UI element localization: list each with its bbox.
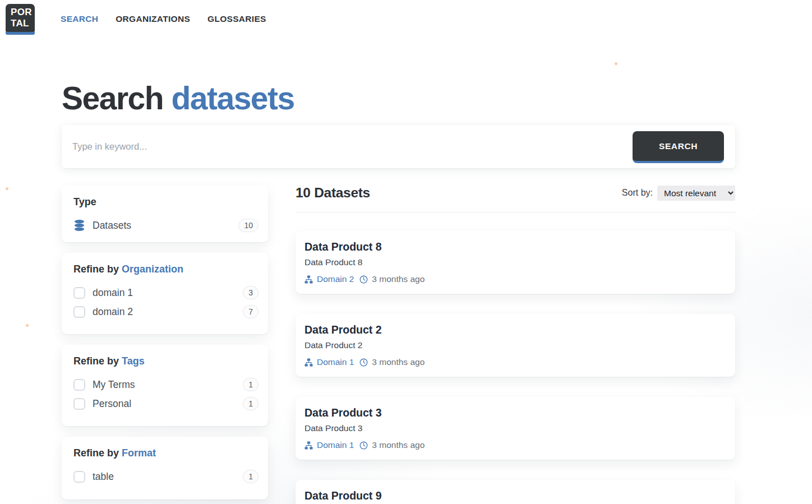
decorative-dot [615, 62, 617, 65]
nav-search[interactable]: SEARCH [61, 14, 98, 24]
portal-logo[interactable]: POR TAL [6, 4, 35, 35]
result-updated-label: 3 months ago [372, 274, 425, 284]
sort-select[interactable]: Most relevant [657, 186, 735, 201]
main-nav: SEARCH ORGANIZATIONS GLOSSARIES [61, 0, 266, 38]
clock-icon [359, 358, 368, 367]
tags-card-title: Refine by Tags [73, 355, 259, 367]
logo-line-2: TAL [11, 18, 35, 29]
sitemap-icon [304, 358, 313, 367]
result-title[interactable]: Data Product 2 [304, 323, 724, 336]
logo-accent-underline [6, 32, 35, 35]
filter-option-label: domain 2 [93, 306, 243, 318]
result-card-data-product-2[interactable]: Data Product 2 Data Product 2 Domain 1 [296, 314, 735, 377]
result-updated-label: 3 months ago [372, 357, 425, 367]
results-area: 10 Datasets Sort by: Most relevant Data … [296, 185, 735, 504]
result-domain-label: Domain 1 [317, 440, 354, 450]
result-meta: Domain 1 3 months ago [304, 357, 724, 367]
format-card-title: Refine by Format [73, 447, 259, 459]
result-updated: 3 months ago [359, 274, 425, 284]
result-card-data-product-3[interactable]: Data Product 3 Data Product 3 Domain 1 [296, 397, 735, 460]
filters-sidebar: Type Datasets 10 Refine by Organization … [62, 186, 268, 500]
my-terms-checkbox[interactable] [73, 379, 85, 391]
sitemap-icon [304, 441, 313, 450]
filter-count-badge: 7 [243, 305, 259, 318]
organization-highlight: Organization [122, 263, 183, 275]
result-title[interactable]: Data Product 9 [304, 489, 724, 502]
format-filter-card: Refine by Format table 1 [62, 437, 268, 500]
page-title-prefix: Search [62, 80, 163, 116]
filter-option-my-terms[interactable]: My Terms 1 [73, 375, 259, 394]
results-header: 10 Datasets Sort by: Most relevant [296, 185, 735, 201]
filter-count-badge: 1 [243, 470, 259, 483]
result-subtitle: Data Product 3 [304, 423, 724, 433]
nav-glossaries[interactable]: GLOSSARIES [207, 14, 266, 24]
filter-option-domain-1[interactable]: domain 1 3 [73, 283, 259, 302]
result-meta: Domain 1 3 months ago [304, 440, 724, 450]
results-list: Data Product 8 Data Product 8 Domain 2 [296, 231, 735, 504]
page-title-highlight: datasets [171, 80, 294, 116]
filter-option-domain-2[interactable]: domain 2 7 [73, 302, 259, 321]
filter-option-label: table [93, 471, 243, 483]
database-icon [73, 219, 85, 232]
filter-count-badge: 1 [243, 397, 259, 410]
filter-option-label: domain 1 [93, 287, 243, 299]
organization-card-title: Refine by Organization [73, 263, 259, 275]
search-panel: SEARCH [62, 125, 735, 168]
refine-by-label: Refine by [73, 447, 119, 459]
results-count-heading: 10 Datasets [296, 185, 370, 201]
tags-filter-card: Refine by Tags My Terms 1 Personal 1 [62, 345, 268, 426]
result-meta: Domain 2 3 months ago [304, 274, 724, 284]
filter-option-table[interactable]: table 1 [73, 467, 259, 486]
clock-icon [359, 275, 368, 284]
decorative-dot [26, 324, 29, 327]
sort-by-label: Sort by: [622, 188, 653, 198]
result-updated-label: 3 months ago [372, 440, 425, 450]
clock-icon [359, 441, 368, 450]
refine-by-label: Refine by [73, 263, 119, 275]
format-highlight: Format [122, 447, 156, 459]
result-card-data-product-8[interactable]: Data Product 8 Data Product 8 Domain 2 [296, 231, 735, 294]
type-label: Datasets [93, 220, 238, 232]
result-domain[interactable]: Domain 1 [304, 440, 354, 450]
refine-by-label: Refine by [73, 355, 119, 367]
result-card-data-product-9[interactable]: Data Product 9 [296, 480, 735, 504]
domain-1-checkbox[interactable] [73, 287, 85, 299]
result-domain[interactable]: Domain 1 [304, 357, 354, 367]
sitemap-icon [304, 275, 313, 284]
results-divider [296, 212, 735, 212]
filter-option-personal[interactable]: Personal 1 [73, 394, 259, 413]
result-updated: 3 months ago [359, 357, 425, 367]
result-subtitle: Data Product 8 [304, 257, 724, 267]
logo-line-1: POR [11, 7, 35, 18]
result-title[interactable]: Data Product 3 [304, 406, 724, 419]
type-row-datasets[interactable]: Datasets 10 [73, 216, 259, 235]
portal-logo-box: POR TAL [6, 4, 35, 32]
decorative-dot [6, 187, 8, 190]
table-checkbox[interactable] [73, 471, 85, 483]
result-domain-label: Domain 2 [317, 274, 354, 284]
filter-count-badge: 3 [243, 286, 259, 299]
result-title[interactable]: Data Product 8 [304, 241, 724, 253]
result-domain-label: Domain 1 [317, 357, 354, 367]
type-count-badge: 10 [238, 219, 259, 232]
page-title: Search datasets [62, 80, 294, 117]
result-domain[interactable]: Domain 2 [304, 274, 354, 284]
result-subtitle: Data Product 2 [304, 340, 724, 350]
filter-option-label: Personal [93, 398, 243, 410]
page: POR TAL SEARCH ORGANIZATIONS GLOSSARIES … [0, 0, 812, 504]
type-filter-card: Type Datasets 10 [62, 186, 268, 242]
search-button[interactable]: SEARCH [633, 131, 724, 163]
personal-checkbox[interactable] [73, 398, 85, 410]
domain-2-checkbox[interactable] [73, 306, 85, 318]
type-card-title: Type [73, 196, 259, 208]
nav-organizations[interactable]: ORGANIZATIONS [116, 14, 190, 24]
filter-count-badge: 1 [243, 378, 259, 391]
filter-option-label: My Terms [93, 379, 243, 391]
organization-filter-card: Refine by Organization domain 1 3 domain… [62, 253, 268, 334]
tags-highlight: Tags [122, 355, 145, 367]
sort-control: Sort by: Most relevant [622, 186, 735, 201]
result-updated: 3 months ago [359, 440, 425, 450]
search-input[interactable] [62, 125, 611, 168]
